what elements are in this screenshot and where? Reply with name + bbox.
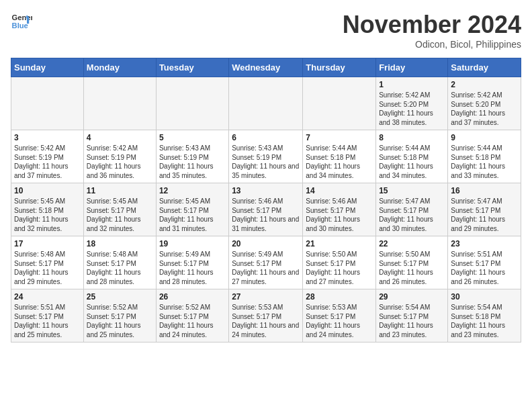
day-info: Sunrise: 5:51 AMSunset: 5:17 PMDaylight:… [451, 250, 518, 286]
day-info: Sunrise: 5:42 AMSunset: 5:19 PMDaylight:… [87, 144, 153, 180]
calendar-body: 1Sunrise: 5:42 AMSunset: 5:20 PMDaylight… [11, 77, 521, 342]
weekday-header-row: SundayMondayTuesdayWednesdayThursdayFrid… [11, 58, 521, 77]
calendar-week-row: 24Sunrise: 5:51 AMSunset: 5:17 PMDayligh… [11, 289, 521, 342]
calendar-day-cell: 5Sunrise: 5:43 AMSunset: 5:19 PMDaylight… [156, 130, 228, 183]
day-number: 13 [232, 186, 300, 195]
day-info: Sunrise: 5:50 AMSunset: 5:17 PMDaylight:… [379, 250, 445, 286]
day-info: Sunrise: 5:47 AMSunset: 5:17 PMDaylight:… [379, 197, 445, 233]
calendar-day-cell: 23Sunrise: 5:51 AMSunset: 5:17 PMDayligh… [448, 236, 521, 289]
day-info: Sunrise: 5:45 AMSunset: 5:17 PMDaylight:… [159, 197, 226, 233]
weekday-header-cell: Saturday [448, 58, 521, 77]
day-number: 26 [159, 292, 226, 302]
day-number: 7 [306, 133, 373, 142]
location: Odicon, Bicol, Philippines [343, 39, 521, 50]
day-info: Sunrise: 5:47 AMSunset: 5:17 PMDaylight:… [451, 197, 518, 233]
day-number: 8 [379, 133, 445, 142]
calendar-day-cell: 29Sunrise: 5:54 AMSunset: 5:17 PMDayligh… [376, 289, 448, 342]
day-number: 2 [451, 80, 518, 89]
day-info: Sunrise: 5:46 AMSunset: 5:17 PMDaylight:… [232, 197, 300, 233]
weekday-header-cell: Tuesday [156, 58, 228, 77]
weekday-header-cell: Monday [83, 58, 156, 77]
day-number: 23 [451, 239, 518, 248]
calendar-day-cell: 26Sunrise: 5:52 AMSunset: 5:17 PMDayligh… [156, 289, 228, 342]
calendar-day-cell: 2Sunrise: 5:42 AMSunset: 5:20 PMDaylight… [448, 77, 521, 130]
day-info: Sunrise: 5:42 AMSunset: 5:20 PMDaylight:… [379, 91, 445, 127]
calendar-day-cell: 19Sunrise: 5:49 AMSunset: 5:17 PMDayligh… [156, 236, 228, 289]
day-info: Sunrise: 5:54 AMSunset: 5:18 PMDaylight:… [451, 303, 518, 339]
calendar-day-cell: 3Sunrise: 5:42 AMSunset: 5:19 PMDaylight… [11, 130, 84, 183]
calendar-day-cell: 17Sunrise: 5:48 AMSunset: 5:17 PMDayligh… [11, 236, 84, 289]
day-info: Sunrise: 5:54 AMSunset: 5:17 PMDaylight:… [379, 303, 445, 339]
calendar-day-cell: 6Sunrise: 5:43 AMSunset: 5:19 PMDaylight… [229, 130, 303, 183]
day-number: 18 [87, 239, 153, 248]
calendar-day-cell: 16Sunrise: 5:47 AMSunset: 5:17 PMDayligh… [448, 183, 521, 236]
day-number: 12 [159, 186, 226, 195]
title-block: November 2024 Odicon, Bicol, Philippines [343, 11, 521, 50]
logo: General Blue [11, 11, 32, 32]
day-number: 6 [232, 133, 300, 142]
day-number: 20 [232, 239, 300, 248]
calendar-day-cell: 4Sunrise: 5:42 AMSunset: 5:19 PMDaylight… [83, 130, 156, 183]
calendar-day-cell: 21Sunrise: 5:50 AMSunset: 5:17 PMDayligh… [303, 236, 376, 289]
day-number: 17 [14, 239, 81, 248]
day-number: 25 [87, 292, 153, 302]
day-info: Sunrise: 5:52 AMSunset: 5:17 PMDaylight:… [159, 303, 226, 339]
calendar-day-cell: 25Sunrise: 5:52 AMSunset: 5:17 PMDayligh… [83, 289, 156, 342]
calendar-day-cell [303, 77, 376, 130]
day-info: Sunrise: 5:42 AMSunset: 5:20 PMDaylight:… [451, 91, 518, 127]
calendar-day-cell: 13Sunrise: 5:46 AMSunset: 5:17 PMDayligh… [229, 183, 303, 236]
calendar-day-cell: 28Sunrise: 5:53 AMSunset: 5:17 PMDayligh… [303, 289, 376, 342]
weekday-header-cell: Sunday [11, 58, 84, 77]
day-info: Sunrise: 5:43 AMSunset: 5:19 PMDaylight:… [159, 144, 226, 180]
page-header: General Blue November 2024 Odicon, Bicol… [11, 11, 521, 50]
day-number: 1 [379, 80, 445, 89]
day-info: Sunrise: 5:49 AMSunset: 5:17 PMDaylight:… [159, 250, 226, 286]
calendar-day-cell: 20Sunrise: 5:49 AMSunset: 5:17 PMDayligh… [229, 236, 303, 289]
calendar-table: SundayMondayTuesdayWednesdayThursdayFrid… [11, 58, 521, 342]
day-number: 29 [379, 292, 445, 302]
day-info: Sunrise: 5:48 AMSunset: 5:17 PMDaylight:… [14, 250, 81, 286]
day-info: Sunrise: 5:53 AMSunset: 5:17 PMDaylight:… [306, 303, 373, 339]
calendar-week-row: 1Sunrise: 5:42 AMSunset: 5:20 PMDaylight… [11, 77, 521, 130]
day-number: 21 [306, 239, 373, 248]
day-number: 24 [14, 292, 81, 302]
calendar-day-cell [156, 77, 228, 130]
day-number: 15 [379, 186, 445, 195]
calendar-day-cell: 27Sunrise: 5:53 AMSunset: 5:17 PMDayligh… [229, 289, 303, 342]
day-info: Sunrise: 5:42 AMSunset: 5:19 PMDaylight:… [14, 144, 81, 180]
calendar-day-cell: 30Sunrise: 5:54 AMSunset: 5:18 PMDayligh… [448, 289, 521, 342]
calendar-day-cell: 12Sunrise: 5:45 AMSunset: 5:17 PMDayligh… [156, 183, 228, 236]
day-number: 4 [87, 133, 153, 142]
calendar-day-cell: 24Sunrise: 5:51 AMSunset: 5:17 PMDayligh… [11, 289, 84, 342]
day-number: 27 [232, 292, 300, 302]
day-info: Sunrise: 5:52 AMSunset: 5:17 PMDaylight:… [87, 303, 153, 339]
calendar-day-cell: 10Sunrise: 5:45 AMSunset: 5:18 PMDayligh… [11, 183, 84, 236]
calendar-day-cell: 18Sunrise: 5:48 AMSunset: 5:17 PMDayligh… [83, 236, 156, 289]
day-number: 11 [87, 186, 153, 195]
calendar-day-cell: 14Sunrise: 5:46 AMSunset: 5:17 PMDayligh… [303, 183, 376, 236]
svg-text:Blue: Blue [12, 21, 28, 30]
day-number: 30 [451, 292, 518, 302]
day-info: Sunrise: 5:44 AMSunset: 5:18 PMDaylight:… [379, 144, 445, 180]
svg-text:General: General [12, 13, 32, 21]
calendar-week-row: 3Sunrise: 5:42 AMSunset: 5:19 PMDaylight… [11, 130, 521, 183]
day-info: Sunrise: 5:53 AMSunset: 5:17 PMDaylight:… [232, 303, 300, 339]
day-info: Sunrise: 5:43 AMSunset: 5:19 PMDaylight:… [232, 144, 300, 180]
calendar-day-cell: 1Sunrise: 5:42 AMSunset: 5:20 PMDaylight… [376, 77, 448, 130]
calendar-day-cell [83, 77, 156, 130]
day-number: 19 [159, 239, 226, 248]
calendar-day-cell [229, 77, 303, 130]
day-number: 5 [159, 133, 226, 142]
day-info: Sunrise: 5:45 AMSunset: 5:18 PMDaylight:… [14, 197, 81, 233]
day-info: Sunrise: 5:48 AMSunset: 5:17 PMDaylight:… [87, 250, 153, 286]
day-info: Sunrise: 5:49 AMSunset: 5:17 PMDaylight:… [232, 250, 300, 286]
day-number: 22 [379, 239, 445, 248]
calendar-day-cell: 11Sunrise: 5:45 AMSunset: 5:17 PMDayligh… [83, 183, 156, 236]
day-number: 14 [306, 186, 373, 195]
day-number: 3 [14, 133, 81, 142]
calendar-week-row: 17Sunrise: 5:48 AMSunset: 5:17 PMDayligh… [11, 236, 521, 289]
logo-icon: General Blue [11, 11, 32, 32]
day-number: 10 [14, 186, 81, 195]
weekday-header-cell: Thursday [303, 58, 376, 77]
day-info: Sunrise: 5:44 AMSunset: 5:18 PMDaylight:… [306, 144, 373, 180]
